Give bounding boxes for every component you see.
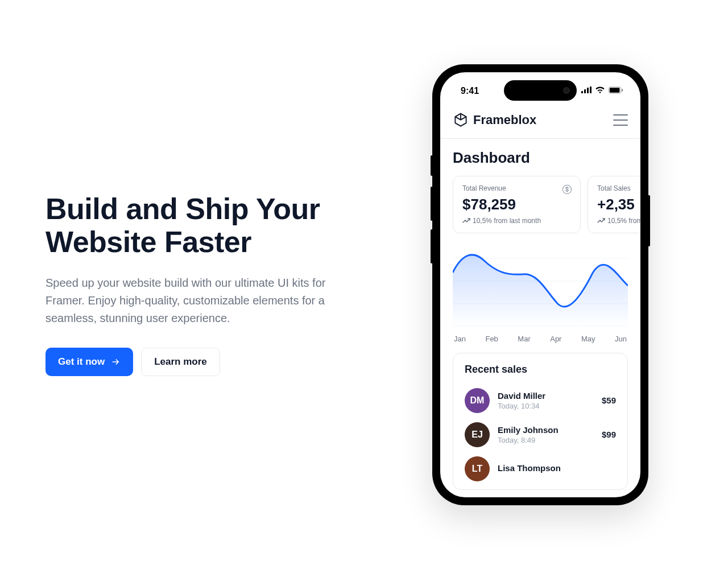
svg-rect-6 — [622, 89, 623, 92]
trend-up-icon — [462, 218, 470, 224]
get-it-now-label: Get it now — [58, 356, 105, 368]
stat-card-revenue[interactable]: Total Revenue $78,259 10,5% from last mo… — [453, 176, 581, 233]
menu-button[interactable] — [613, 114, 628, 126]
x-tick: Jun — [615, 335, 627, 343]
svg-rect-1 — [584, 89, 586, 93]
wifi-icon — [595, 86, 605, 96]
revenue-chart: Jan Feb Mar Apr May Jun — [440, 241, 640, 344]
phone-notch — [504, 80, 577, 101]
svg-rect-2 — [587, 88, 589, 93]
battery-icon — [609, 86, 623, 96]
sale-time: Today, 8:49 — [498, 436, 594, 444]
stat-card-sales[interactable]: Total Sales +2,35 10,5% from — [588, 176, 640, 233]
x-tick: May — [581, 335, 595, 343]
stat-value: +2,35 — [597, 196, 640, 213]
dollar-icon — [562, 184, 572, 195]
x-tick: Feb — [485, 335, 498, 343]
hero-subhead: Speed up your website build with our ult… — [46, 274, 341, 327]
sale-row[interactable]: LT Lisa Thompson — [465, 452, 616, 486]
sale-name: David Miller — [498, 391, 594, 401]
svg-rect-5 — [610, 88, 620, 92]
sale-time: Today, 10:34 — [498, 402, 594, 410]
brand: Frameblox — [453, 112, 536, 128]
recent-sales-title: Recent sales — [465, 364, 616, 376]
stat-value: $78,259 — [462, 196, 571, 213]
sale-row[interactable]: DM David Miller Today, 10:34 $59 — [465, 384, 616, 418]
status-time: 9:41 — [461, 86, 479, 96]
avatar: DM — [465, 388, 490, 413]
get-it-now-button[interactable]: Get it now — [46, 348, 133, 376]
learn-more-label: Learn more — [154, 356, 207, 368]
sale-amount: $99 — [602, 430, 616, 439]
x-tick: Mar — [518, 335, 530, 343]
learn-more-button[interactable]: Learn more — [141, 348, 220, 376]
x-tick: Jan — [454, 335, 466, 343]
signal-icon — [581, 86, 592, 96]
stat-delta-text: 10,5% from — [607, 217, 640, 225]
hero-headline: Build and Ship Your Website Faster — [46, 193, 364, 258]
stat-label: Total Revenue — [462, 184, 571, 192]
brand-logo-icon — [453, 112, 469, 128]
x-tick: Apr — [550, 335, 561, 343]
trend-up-icon — [597, 218, 605, 224]
phone-mockup: 9:41 — [432, 64, 648, 505]
dashboard-title: Dashboard — [453, 149, 628, 167]
sale-amount: $59 — [602, 395, 616, 405]
avatar: LT — [465, 456, 490, 481]
sale-name: Lisa Thompson — [498, 463, 608, 473]
arrow-right-icon — [110, 357, 121, 367]
stat-delta-text: 10,5% from last month — [473, 217, 541, 225]
brand-name: Frameblox — [473, 113, 536, 127]
svg-rect-0 — [581, 91, 583, 93]
svg-rect-3 — [590, 86, 592, 93]
avatar: EJ — [465, 422, 490, 447]
sale-name: Emily Johnson — [498, 425, 594, 435]
sale-row[interactable]: EJ Emily Johnson Today, 8:49 $99 — [465, 418, 616, 452]
stat-label: Total Sales — [597, 184, 640, 192]
recent-sales-card: Recent sales DM David Miller Today, 10:3… — [453, 353, 628, 490]
